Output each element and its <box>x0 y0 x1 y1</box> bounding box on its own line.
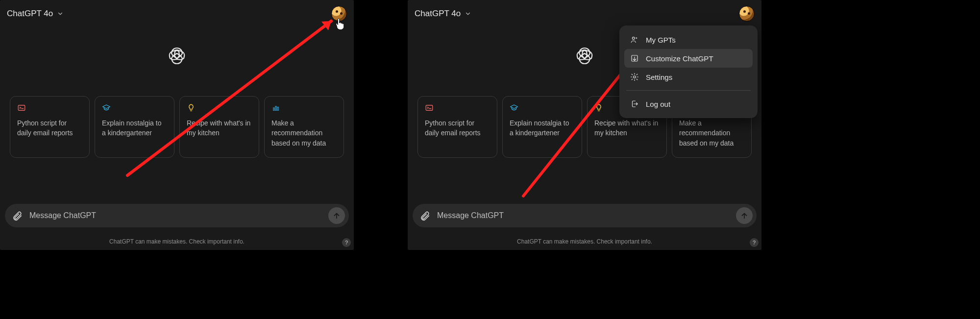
model-label: ChatGPT 4o <box>415 9 461 19</box>
menu-my-gpts[interactable]: My GPTs <box>624 30 753 49</box>
logout-icon <box>630 99 639 108</box>
footer-disclaimer: ChatGPT can make mistakes. Check importa… <box>0 238 354 245</box>
attach-icon[interactable] <box>419 210 430 221</box>
svg-rect-1 <box>273 108 274 110</box>
svg-rect-3 <box>277 107 278 111</box>
openai-logo-icon <box>573 44 596 68</box>
model-selector[interactable]: ChatGPT 4o <box>415 9 471 19</box>
suggestion-card[interactable]: Explain nostalgia to a kindergartener <box>502 96 582 158</box>
avatar-button[interactable] <box>739 6 755 22</box>
menu-item-label: My GPTs <box>646 36 676 44</box>
menu-logout[interactable]: Log out <box>624 95 753 113</box>
suggestion-text: Explain nostalgia to a kindergartener <box>510 118 575 138</box>
suggestion-cards: Python script for daily email reports Ex… <box>10 96 344 158</box>
svg-rect-0 <box>18 105 25 111</box>
suggestion-text: Python script for daily email reports <box>17 118 82 138</box>
avatar-menu: My GPTs Customize ChatGPT Settings Log o <box>619 25 758 118</box>
svg-rect-6 <box>426 105 433 111</box>
menu-settings[interactable]: Settings <box>624 68 753 86</box>
message-input-row: Message ChatGPT <box>413 204 757 227</box>
suggestion-text: Python script for daily email reports <box>425 118 490 138</box>
help-button[interactable]: ? <box>750 238 759 247</box>
bulb-icon <box>187 103 196 112</box>
menu-divider <box>626 90 751 91</box>
send-button[interactable] <box>736 207 753 224</box>
graduation-icon <box>102 103 111 112</box>
message-input[interactable]: Message ChatGPT <box>29 211 328 220</box>
graduation-icon <box>510 103 518 112</box>
person-sparkle-icon <box>630 35 639 44</box>
svg-rect-2 <box>275 106 276 110</box>
suggestion-text: Make a recommendation based on my data <box>679 118 744 148</box>
chevron-down-icon <box>57 10 64 17</box>
openai-logo-icon <box>165 44 189 68</box>
gear-icon <box>630 73 639 81</box>
chevron-down-icon <box>465 10 471 17</box>
model-label: ChatGPT 4o <box>7 9 53 19</box>
suggestion-card[interactable]: Explain nostalgia to a kindergartener <box>95 96 174 158</box>
chatgpt-window-before: ChatGPT 4o Pyth <box>0 0 354 250</box>
footer-disclaimer: ChatGPT can make mistakes. Check importa… <box>408 238 761 245</box>
suggestion-card[interactable]: Python script for daily email reports <box>10 96 90 158</box>
suggestion-text: Recipe with what's in my kitchen <box>594 118 660 138</box>
svg-point-12 <box>634 76 636 78</box>
attach-icon[interactable] <box>12 210 23 221</box>
message-input-row: Message ChatGPT <box>5 204 349 227</box>
help-button[interactable]: ? <box>342 238 351 247</box>
svg-point-10 <box>632 37 635 40</box>
suggestion-card[interactable]: Make a recommendation based on my data <box>264 96 344 158</box>
suggestion-card[interactable]: Python script for daily email reports <box>417 96 497 158</box>
customize-icon <box>630 54 639 63</box>
chart-icon <box>271 103 280 112</box>
send-button[interactable] <box>328 207 345 224</box>
chatgpt-window-menu-open: ChatGPT 4o Pyth <box>408 0 761 250</box>
message-input[interactable]: Message ChatGPT <box>437 211 736 220</box>
terminal-icon <box>425 103 434 112</box>
model-selector[interactable]: ChatGPT 4o <box>7 9 64 19</box>
menu-customize[interactable]: Customize ChatGPT <box>624 49 753 68</box>
menu-item-label: Log out <box>646 100 670 108</box>
suggestion-card[interactable]: Recipe with what's in my kitchen <box>179 96 259 158</box>
suggestion-text: Make a recommendation based on my data <box>271 118 337 148</box>
suggestion-text: Explain nostalgia to a kindergartener <box>102 118 167 138</box>
menu-item-label: Customize ChatGPT <box>646 54 713 63</box>
avatar-button[interactable] <box>331 6 347 22</box>
bulb-icon <box>594 103 603 112</box>
terminal-icon <box>17 103 26 112</box>
menu-item-label: Settings <box>646 73 672 81</box>
suggestion-text: Recipe with what's in my kitchen <box>187 118 252 138</box>
